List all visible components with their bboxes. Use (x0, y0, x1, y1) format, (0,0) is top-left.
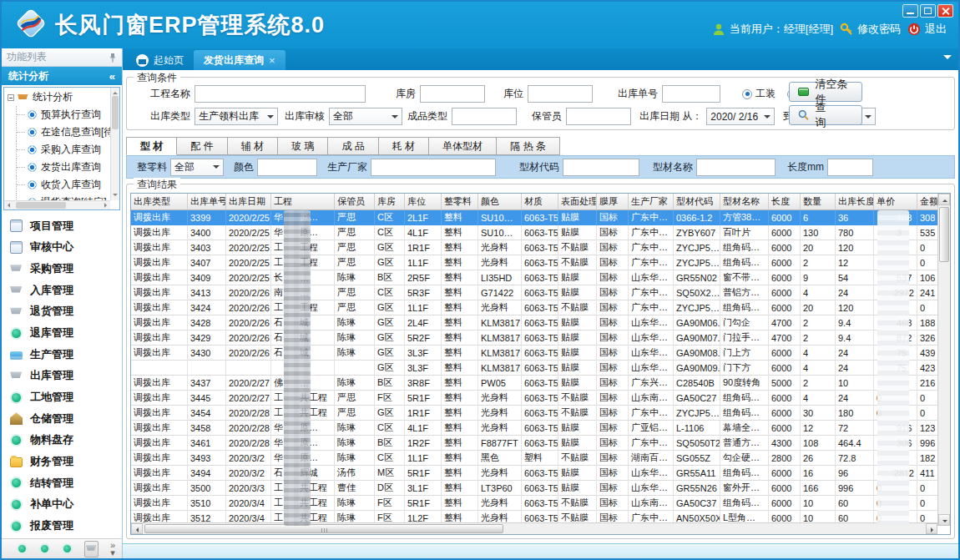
tab-home[interactable]: 起始页 (126, 50, 194, 70)
logout-button[interactable]: 退出 (907, 22, 947, 37)
sidebar-item-dot[interactable]: 补单中心 (10, 496, 122, 512)
tab-list-dropdown-icon[interactable] (943, 55, 952, 63)
material-subtab[interactable]: 辅 材 (228, 137, 278, 155)
product-type-input[interactable] (452, 108, 517, 125)
sidebar-item-warehouse[interactable]: 仓储管理 (10, 411, 122, 427)
tree-horizontal-scrollbar[interactable] (4, 200, 110, 209)
table-row[interactable]: 调拨出库34542020/2/28工共工程严思G区1R1F整料光身料6063-T… (131, 406, 950, 421)
table-row[interactable]: 调拨出库34372020/2/27佛…陈琳B区3R8F整料PW056063-T5… (131, 376, 950, 391)
sidebar-item-dot[interactable]: 物料盘存 (10, 431, 122, 448)
sidebar-item-clipboard[interactable]: 项目管理 (10, 218, 122, 235)
tree-item[interactable]: 预算执行查询 (4, 106, 119, 124)
material-subtab[interactable]: 单体型材 (429, 137, 497, 155)
sidebar-item-cart[interactable]: 退货管理 (10, 303, 122, 320)
scrollbar-thumb[interactable] (939, 207, 949, 262)
change-password-button[interactable]: 修改密码 (840, 22, 901, 37)
audit-select[interactable]: 全部 (329, 108, 402, 125)
tree-item[interactable]: 采购入库查询 (4, 141, 119, 159)
material-subtab[interactable]: 型 材 (126, 137, 177, 155)
radio-option[interactable]: 工装 (742, 87, 776, 101)
table-row[interactable]: 调拨出库34292020/2/26石城陈琳G区5R2F整料KLM38176063… (131, 330, 950, 346)
material-subtab[interactable]: 玻 璃 (278, 137, 328, 155)
maximize-button[interactable] (920, 4, 936, 18)
warehouse-input[interactable] (420, 85, 485, 103)
tree-vertical-scrollbar[interactable] (110, 88, 119, 200)
manufacturer-input[interactable] (371, 159, 496, 176)
table-row[interactable]: 调拨出库34452020/2/27工共工程严思F区5R1F整料光身料6063-T… (131, 391, 950, 406)
sidebar-item-dot[interactable]: 退库管理 (10, 325, 122, 341)
color-input[interactable] (257, 159, 317, 176)
dot-icon[interactable] (17, 543, 28, 554)
sidebar-item-folder[interactable]: 财务管理 (10, 453, 122, 470)
sidebar-item-dot[interactable]: 结转管理 (10, 475, 122, 492)
material-subtab[interactable]: 耗 材 (379, 137, 429, 155)
order-no-input[interactable] (662, 85, 720, 103)
grid-vertical-scrollbar[interactable] (937, 194, 950, 526)
profile-code-input[interactable] (563, 159, 639, 176)
sidebar-item-cart[interactable]: 出库管理 (10, 367, 122, 384)
dot-icon[interactable] (62, 543, 73, 554)
table-cell: 调拨出库 (131, 346, 188, 361)
table-row[interactable]: 调拨出库34302020/2/26石城陈琳G区3L3F整料KLM38176063… (131, 346, 950, 361)
table-row[interactable]: 调拨出库34072020/2/25工工程严思G区1L1F整料光身料6063-T5… (131, 255, 950, 270)
pin-icon[interactable] (109, 53, 117, 63)
length-input[interactable] (827, 159, 873, 176)
sidebar-item-chart[interactable]: 生产管理 (10, 346, 122, 363)
table-cell: 9.4 (836, 315, 874, 330)
table-row[interactable]: 调拨出库34092020/2/25长…陈琳B区2R5F整料LI35HD6063-… (131, 270, 950, 285)
chevron-down-icon (213, 165, 220, 172)
material-subtab[interactable]: 隔 热 条 (497, 137, 560, 155)
tree-item[interactable]: 收货入库查询 (4, 176, 119, 194)
location-input[interactable] (528, 85, 593, 103)
table-row[interactable]: 调拨出库34132020/2/26南…严思C区5R3F整料G714226063-… (131, 285, 950, 300)
tree-item[interactable]: 发货出库查询 (4, 159, 119, 176)
table-row[interactable]: 调拨出库34002020/2/25华原…严思C区4L1F整料SU10…6063-… (131, 225, 950, 240)
whole-piece-select[interactable]: 全部 (170, 159, 224, 176)
table-cell: 2020/2/25 (226, 255, 271, 270)
clear-conditions-button[interactable]: 清空条件 (789, 82, 862, 102)
more-panels-chevron[interactable]: »▾ (110, 542, 115, 557)
sidebar-item-dot[interactable]: 报废管理 (10, 517, 122, 534)
table-row[interactable]: 调拨出库34242020/2/26工工程严思G区1L1F整料光身料6063-T5… (131, 300, 950, 315)
table-cell: 山东华… (629, 270, 674, 285)
scrollbar-thumb[interactable] (144, 524, 503, 533)
dot-icon[interactable] (39, 543, 50, 554)
table-row[interactable]: 调拨出库34282020/2/26石城陈琳G区2L4F整料KLM38176063… (131, 315, 950, 330)
search-button[interactable]: 查 询 (789, 105, 862, 125)
close-tab-icon[interactable]: × (269, 54, 275, 67)
table-row[interactable]: 调拨出库35102020/3/4工共工程陈琳F区5R1F整料光身料6063-T5… (131, 496, 950, 511)
statistics-section-header[interactable]: 统计分析 « (2, 67, 122, 85)
sidebar-item-dot[interactable]: 工地管理 (10, 389, 122, 406)
close-button[interactable] (937, 4, 953, 18)
table-row[interactable]: 调拨出库34932020/3/2华原…陈琳C区1L1F整料黑色塑料不贴膜国标湖南… (131, 451, 950, 466)
tree-expander-icon[interactable] (8, 94, 14, 101)
tab-outbound-query[interactable]: 发货出库查询 × (194, 50, 285, 70)
table-cell: 山东南… (629, 391, 674, 406)
material-subtab[interactable]: 配 件 (177, 137, 227, 155)
table-row[interactable]: 调拨出库34612020/2/28华原…陈琳B区1R2F整料F8877FT606… (131, 436, 950, 451)
table-row[interactable]: G区3L3F整料KLM38176063-T5贴膜国标山东华…GA90M09.门下… (131, 361, 950, 376)
collapse-icon[interactable]: « (109, 70, 115, 83)
order-no-label: 出库单号 (618, 87, 658, 101)
sidebar-item-cart[interactable]: 入库管理 (10, 282, 122, 299)
table-row[interactable]: 调拨出库34032020/2/25工工程严思G区1R1F整料光身料6063-T5… (131, 240, 950, 255)
table-row[interactable]: 调拨出库34942020/3/2石辉城汤伟M区5R1F整料光身料6063-T5贴… (131, 466, 950, 481)
project-name-input[interactable] (195, 85, 366, 103)
clear-icon (798, 88, 809, 96)
profile-name-input[interactable] (696, 159, 776, 176)
table-cell: 90度转角 (720, 376, 769, 391)
sidebar-item-clipboard[interactable]: 审核中心 (10, 239, 122, 255)
table-row[interactable]: 调拨出库34582020/2/28华原…陈琳C区4L1F整料光身料6063-T5… (131, 421, 950, 436)
material-subtab[interactable]: 成 品 (328, 137, 378, 155)
tree-root[interactable]: 统计分析 (4, 88, 119, 106)
minimize-button[interactable] (902, 4, 918, 18)
sidebar-item-cart[interactable]: 采购管理 (10, 260, 122, 277)
grid-horizontal-scrollbar[interactable] (131, 522, 937, 534)
outbound-type-select[interactable]: 生产领料出库 (195, 108, 278, 125)
cart-panel-button[interactable] (84, 541, 99, 557)
table-row[interactable]: 调拨出库33992020/2/25华原…严思C区2L1F整料SU10…6063-… (131, 210, 950, 225)
tree-item[interactable]: 在途信息查询[待 (4, 124, 119, 141)
date-from-select[interactable]: 2020/ 2/16 (706, 108, 775, 125)
table-row[interactable]: 调拨出库35002020/3/3工共工程曹佳D区3L1F整料LT3P606063… (131, 481, 950, 496)
keeper-input[interactable] (566, 108, 631, 125)
